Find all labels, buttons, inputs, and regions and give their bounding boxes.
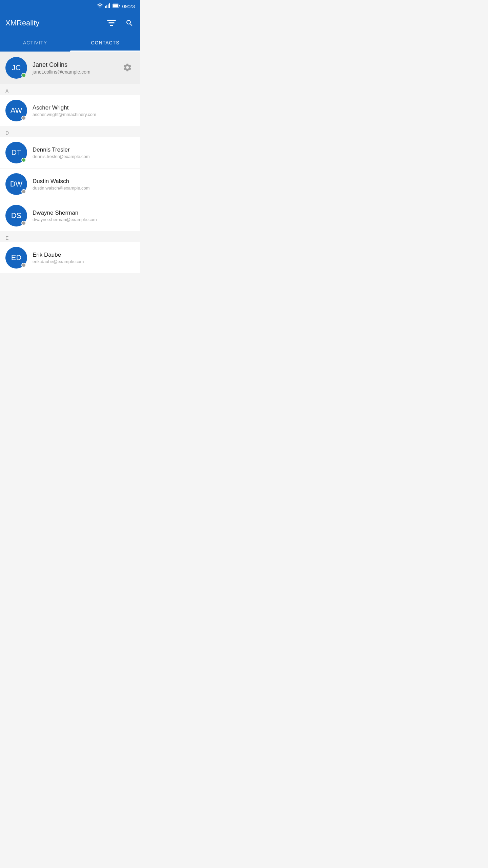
contact-status-dot-dw [21,189,26,194]
current-user-email: janet.collins@example.com [33,69,115,75]
list-item[interactable]: ED Erik Daube erik.daube@example.com [0,242,140,273]
contact-avatar-dw: DW [5,173,27,195]
contact-email-ds: dwayne.sherman@example.com [33,217,135,222]
section-header-e: E [0,231,140,242]
search-button[interactable] [124,18,135,28]
section-d: D DT Dennis Tresler dennis.tresler@examp… [0,126,140,231]
content: JC Janet Collins janet.collins@example.c… [0,52,140,273]
contact-avatar-ds: DS [5,205,27,226]
list-item[interactable]: DT Dennis Tresler dennis.tresler@example… [0,137,140,169]
contact-initials-ds: DS [11,211,22,220]
tab-activity-label: ACTIVITY [23,40,47,45]
contact-avatar-ed: ED [5,247,27,269]
current-user-name: Janet Collins [33,61,115,68]
tabs: ACTIVITY CONTACTS [0,34,140,52]
current-user-card: JC Janet Collins janet.collins@example.c… [0,52,140,84]
contact-avatar-aw: AW [5,100,27,121]
contact-status-dot-ed [21,263,26,268]
contact-email-dt: dennis.tresler@example.com [33,154,135,159]
contact-name-dw: Dustin Walsch [33,178,135,185]
signal-icon [105,3,110,9]
current-user-info: Janet Collins janet.collins@example.com [33,61,115,75]
contact-status-dot-dt [21,158,26,162]
contact-info-ds: Dwayne Sherman dwayne.sherman@example.co… [33,210,135,222]
list-item[interactable]: DW Dustin Walsch dustin.walsch@example.c… [0,169,140,200]
svg-rect-9 [110,25,113,26]
contact-info-ed: Erik Daube erik.daube@example.com [33,252,135,264]
contact-initials-dt: DT [11,148,21,157]
svg-rect-6 [113,4,118,7]
section-header-d: D [0,126,140,137]
status-bar: 09:23 [0,0,140,12]
contact-name-aw: Ascher Wright [33,104,135,111]
contact-avatar-dt: DT [5,142,27,163]
svg-rect-1 [107,5,107,8]
search-icon [125,19,134,27]
contact-initials-dw: DW [10,180,23,189]
tab-activity[interactable]: ACTIVITY [0,34,70,52]
contact-email-aw: ascher.wright@mmachinery.com [33,112,135,117]
contact-initials-aw: AW [11,106,22,115]
filter-button[interactable] [106,18,117,28]
app-title: XMReality [5,19,39,27]
app-bar-actions [106,18,135,28]
contact-status-dot-ds [21,221,26,225]
gear-icon [123,63,132,72]
contact-name-dt: Dennis Tresler [33,146,135,153]
svg-rect-7 [107,20,116,21]
contact-initials-ed: ED [11,253,22,262]
svg-rect-8 [108,22,115,23]
list-item[interactable]: AW Ascher Wright ascher.wright@mmachiner… [0,95,140,126]
contact-name-ed: Erik Daube [33,252,135,258]
contact-info-aw: Ascher Wright ascher.wright@mmachinery.c… [33,104,135,117]
contact-email-dw: dustin.walsch@example.com [33,185,135,191]
contact-status-dot-aw [21,116,26,120]
contact-email-ed: erik.daube@example.com [33,259,135,264]
contact-name-ds: Dwayne Sherman [33,210,135,216]
svg-rect-0 [105,6,106,8]
current-user-status-dot [21,73,26,78]
svg-rect-3 [109,3,110,8]
status-icons: 09:23 [97,3,135,9]
svg-rect-2 [108,4,108,8]
battery-icon [113,3,120,9]
contact-info-dt: Dennis Tresler dennis.tresler@example.co… [33,146,135,159]
app-bar: XMReality [0,12,140,34]
list-item[interactable]: DS Dwayne Sherman dwayne.sherman@example… [0,200,140,231]
current-user-avatar: JC [5,57,27,79]
section-header-a: A [0,84,140,95]
wifi-icon [97,3,103,9]
current-user-initials: JC [12,63,21,72]
filter-icon [107,20,116,26]
section-e: E ED Erik Daube erik.daube@example.com [0,231,140,273]
contact-info-dw: Dustin Walsch dustin.walsch@example.com [33,178,135,191]
tab-contacts[interactable]: CONTACTS [70,34,140,52]
settings-button[interactable] [120,60,135,76]
tab-contacts-label: CONTACTS [91,40,120,45]
section-a: A AW Ascher Wright ascher.wright@mmachin… [0,84,140,126]
status-time: 09:23 [122,3,135,9]
svg-rect-5 [119,5,120,6]
